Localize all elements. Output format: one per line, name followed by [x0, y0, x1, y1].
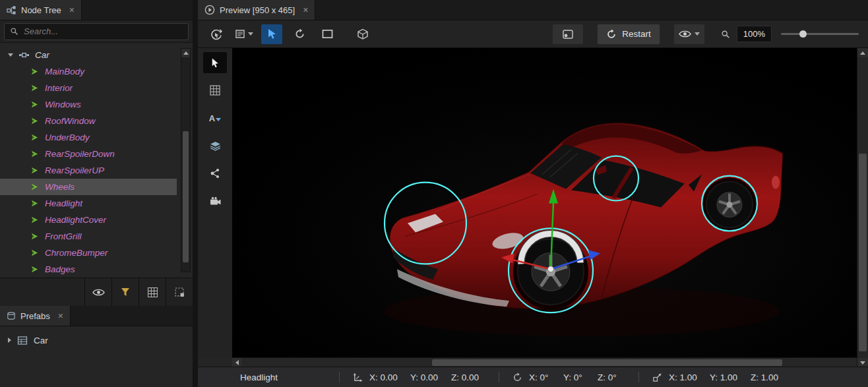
select-tool-button[interactable] [203, 52, 227, 73]
tree-node-label: Wheels [45, 182, 75, 192]
camera-button[interactable] [203, 191, 227, 212]
zoom-slider-handle[interactable] [799, 30, 807, 38]
viewport-frame-button[interactable] [317, 24, 338, 44]
cube-tool-button[interactable] [352, 24, 373, 44]
tree-scrollbar[interactable] [181, 48, 191, 272]
close-icon[interactable]: × [303, 5, 308, 15]
tree-node-label: FrontGrill [45, 231, 82, 241]
tab-node-tree[interactable]: Node Tree × [0, 0, 82, 20]
component-icon [30, 232, 39, 241]
play-cursor-button[interactable] [261, 24, 282, 44]
tree-node-label: HeadlightCover [45, 215, 106, 225]
layers-button[interactable] [203, 135, 227, 156]
filter-button[interactable] [111, 278, 139, 306]
component-icon [30, 216, 39, 224]
tree-root-row[interactable]: Car [0, 47, 177, 63]
orbit-tool-button[interactable] [206, 24, 227, 44]
vertical-scrollbar[interactable] [857, 48, 868, 367]
horizontal-scrollbar[interactable] [232, 357, 857, 367]
tree-node-row[interactable]: UnderBody [0, 129, 177, 146]
play-cursor-icon [266, 28, 278, 40]
tree-node-row[interactable]: Windows [0, 96, 177, 113]
text-tool-icon: A [209, 114, 221, 123]
scrollbar-thumb[interactable] [859, 154, 867, 351]
tab-preview[interactable]: Preview [950 x 465] × [198, 0, 315, 20]
tree-node-row[interactable]: Wheels [0, 179, 177, 195]
component-icon [30, 84, 39, 92]
component-icon [30, 133, 39, 142]
search-box[interactable] [4, 23, 189, 40]
node-graph-button[interactable] [203, 163, 227, 184]
tree-node-row[interactable]: FrontGrill [0, 228, 177, 245]
close-icon[interactable]: × [69, 5, 75, 15]
panel-options-button[interactable] [233, 24, 255, 44]
rot-z: Z: 0° [598, 372, 625, 382]
node-icon [19, 50, 29, 60]
play-circle-icon [204, 5, 215, 15]
zoom-slider[interactable] [781, 33, 859, 35]
preview-toolbar: Restart 100% [198, 20, 868, 48]
tree-node-row[interactable]: HeadlightCover [0, 212, 177, 228]
scroll-down-button[interactable] [857, 358, 868, 367]
component-icon [30, 117, 39, 125]
node-tree-icon [7, 5, 16, 15]
tree-node-row[interactable]: Headlight [0, 195, 177, 212]
render-preview-button[interactable] [552, 24, 584, 45]
tree-node-row[interactable]: RearSpoilerUP [0, 162, 177, 179]
prefabs-tabbar: Prefabs × [0, 306, 193, 326]
scale-y: Y: 1.00 [710, 372, 744, 382]
status-position: X: 0.00 Y: 0.00 Z: 0.00 [353, 372, 485, 382]
camera-icon [210, 196, 221, 206]
tab-label: Prefabs [20, 311, 50, 321]
search-input[interactable] [22, 26, 183, 37]
tree-node-row[interactable]: ChromeBumper [0, 245, 177, 261]
prefab-icon [7, 312, 16, 320]
rot-y: Y: 0° [563, 372, 591, 382]
tab-prefabs[interactable]: Prefabs × [0, 306, 71, 326]
grid-tool-button[interactable] [203, 80, 227, 101]
pos-x: X: 0.00 [369, 372, 404, 382]
tree-node-label: ChromeBumper [45, 248, 108, 258]
scale-x: X: 1.00 [669, 372, 703, 382]
scrollbar-thumb[interactable] [183, 131, 189, 262]
tree-node-row[interactable]: MainBody [0, 63, 177, 80]
close-icon[interactable]: × [58, 311, 63, 320]
tree-node-row[interactable]: RearSpoilerDown [0, 146, 177, 162]
tree-node-label: RearSpoilerDown [45, 149, 115, 159]
cube-icon [357, 28, 369, 40]
tree-node-row[interactable]: Interior [0, 80, 177, 96]
tree-node-label: Windows [45, 100, 81, 109]
visibility-button[interactable] [84, 278, 111, 306]
viewport-toolstrip: A [198, 48, 232, 358]
expander-closed-icon[interactable] [8, 338, 11, 343]
scrollbar-thumb[interactable] [432, 359, 782, 366]
pos-z: Z: 0.00 [451, 372, 485, 382]
marquee-select-icon [175, 287, 185, 297]
restart-button[interactable]: Restart [597, 24, 660, 45]
marquee-select-button[interactable] [166, 278, 193, 306]
component-icon [30, 249, 39, 257]
preview-panel: Preview [950 x 465] × [198, 0, 868, 387]
eye-icon [92, 288, 105, 297]
grid-view-button[interactable] [139, 278, 166, 306]
orbit-tool-icon [210, 28, 222, 40]
tree-node-row[interactable]: Badges [0, 261, 177, 278]
editor-window: { "colors": { "accent_blue": "#4da3ff", … [0, 0, 868, 387]
text-tool-button[interactable]: A [203, 107, 227, 129]
refresh-icon [294, 28, 305, 40]
prefab-item-row[interactable]: Car [0, 332, 193, 349]
status-node-name: Headlight [240, 372, 326, 382]
scroll-up-button[interactable] [181, 49, 190, 57]
scroll-left-button[interactable] [232, 358, 241, 367]
tree-node-label: Interior [45, 83, 73, 93]
tree-node-row[interactable]: RoofWindow [0, 113, 177, 129]
viewport[interactable] [232, 48, 857, 358]
tree-node-label: RoofWindow [45, 116, 95, 126]
expander-open-icon[interactable] [8, 53, 13, 57]
prefabs-panel: Car [0, 326, 193, 387]
rot-x: X: 0° [529, 372, 557, 382]
scroll-up-button[interactable] [857, 48, 868, 57]
visibility-options-button[interactable] [673, 24, 705, 45]
refresh-tool-button[interactable] [289, 24, 310, 44]
frame-icon [322, 29, 333, 39]
